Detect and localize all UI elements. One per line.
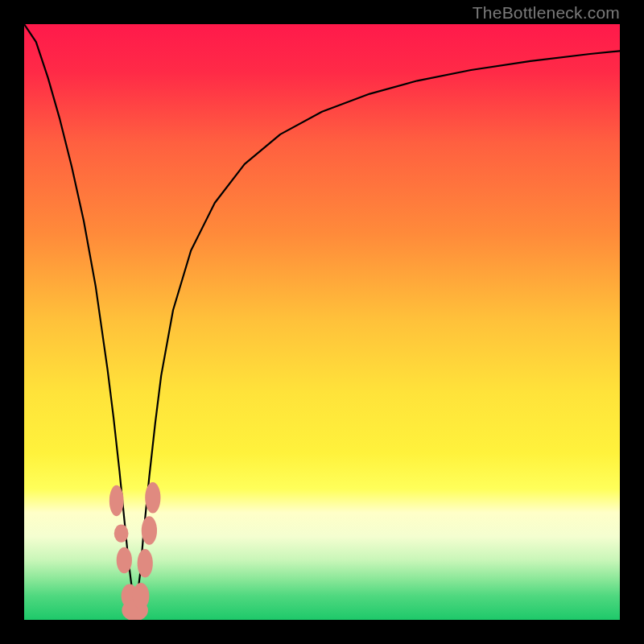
highlight-dot [145, 482, 160, 513]
chart-frame: TheBottleneck.com [0, 0, 644, 644]
plot-background [24, 24, 620, 620]
highlight-dot [117, 547, 132, 574]
highlight-dot [138, 549, 153, 578]
watermark-text: TheBottleneck.com [473, 3, 620, 23]
highlight-dot [133, 583, 150, 609]
highlight-dot [114, 525, 129, 543]
highlight-dot [142, 516, 157, 545]
highlight-dot [109, 485, 124, 516]
bottleneck-chart [24, 24, 620, 620]
